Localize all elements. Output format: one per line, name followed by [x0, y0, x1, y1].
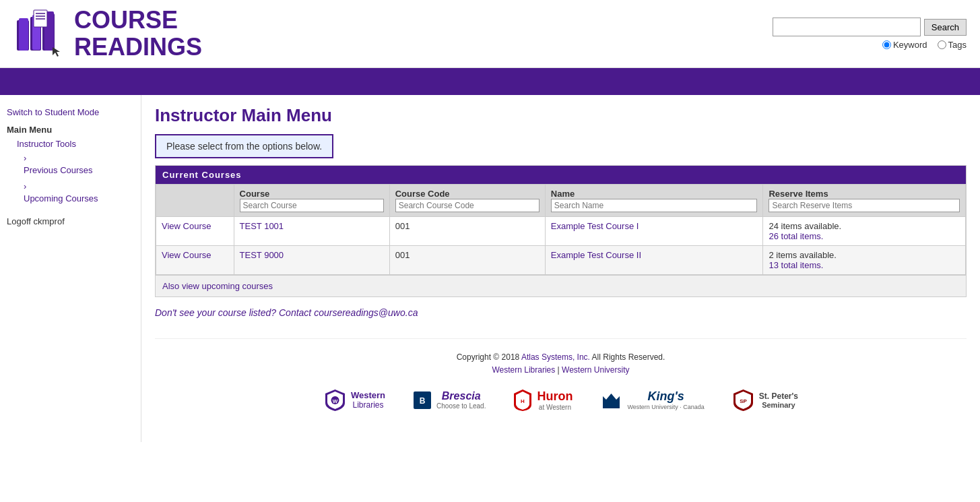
- western-libraries-logo-text: Western Libraries: [351, 390, 385, 410]
- table-header-row: Course Course Code Name Reserve Ite: [156, 185, 966, 217]
- western-university-link[interactable]: Western University: [562, 365, 629, 375]
- svg-text:H: H: [521, 398, 525, 404]
- col-header-reserve: Reserve Items: [763, 185, 966, 217]
- search-input[interactable]: [773, 18, 921, 36]
- table-row: View CourseTEST 1001001Example Test Cour…: [156, 217, 966, 246]
- also-view-section: Also view upcoming courses: [156, 275, 966, 296]
- logo-icon: [13, 7, 67, 61]
- svg-rect-1: [19, 18, 28, 51]
- kings-logo: King's Western University · Canada: [599, 388, 704, 412]
- main-layout: Switch to Student Mode Main Menu Instruc…: [0, 95, 980, 442]
- footer-logos: W Western Libraries B Brescia Cho: [162, 388, 960, 412]
- huron-crest-icon: H: [513, 388, 533, 412]
- huron-logo: H Huron at Western: [513, 388, 573, 412]
- footer: Copyright © 2018 Atlas Systems, Inc. All…: [155, 338, 967, 432]
- view-course-link-0[interactable]: View Course: [162, 221, 211, 231]
- kings-logo-text: King's Western University · Canada: [627, 389, 704, 410]
- contact-text: Don't see your course listed? Contact co…: [155, 307, 967, 318]
- contact-email-link[interactable]: coursereadings@uwo.ca: [314, 307, 418, 318]
- svg-text:W: W: [333, 398, 338, 404]
- keyword-radio[interactable]: [882, 40, 891, 49]
- course-code-link-1[interactable]: TEST 9000: [240, 250, 284, 260]
- course-section-0: 001: [389, 217, 545, 246]
- name-col-label: Name: [551, 189, 758, 199]
- upcoming-courses-link[interactable]: › Upcoming Courses: [7, 179, 134, 208]
- reserve-items-cell-0: 24 items available.26 total items.: [763, 217, 966, 246]
- tags-radio-label[interactable]: Tags: [938, 40, 967, 50]
- logo-area: COURSE READINGS: [13, 7, 202, 61]
- footer-links: Western Libraries | Western University: [162, 365, 960, 375]
- svg-text:SP: SP: [740, 398, 747, 404]
- search-course-input[interactable]: [240, 199, 384, 212]
- previous-courses-link[interactable]: › Previous Courses: [7, 151, 134, 179]
- code-col-label: Course Code: [395, 189, 540, 199]
- footer-copyright: Copyright © 2018 Atlas Systems, Inc. All…: [162, 352, 960, 362]
- course-section-1: 001: [389, 246, 545, 275]
- western-libraries-link[interactable]: Western Libraries: [492, 365, 555, 375]
- purple-banner: [0, 68, 980, 95]
- main-menu-link[interactable]: Main Menu: [7, 123, 134, 137]
- col-header-name: Name: [545, 185, 763, 217]
- stpeters-shield-icon: SP: [731, 388, 755, 412]
- brescia-logo: B Brescia Choose to Lead.: [412, 390, 486, 410]
- search-course-code-input[interactable]: [395, 199, 540, 212]
- content: Instructor Main Menu Please select from …: [141, 95, 980, 442]
- also-view-link[interactable]: Also view upcoming courses: [162, 281, 273, 291]
- items-total-0: 26 total items.: [769, 231, 960, 241]
- logo-text: COURSE READINGS: [74, 7, 202, 60]
- header: COURSE READINGS Search Keyword Tags: [0, 0, 980, 68]
- stpeters-logo-text: St. Peter's Seminary: [759, 391, 798, 409]
- reserve-col-label: Reserve Items: [769, 189, 960, 199]
- atlas-link[interactable]: Atlas Systems, Inc.: [521, 352, 590, 362]
- col-header-code: Course Code: [389, 185, 545, 217]
- brescia-logo-text: Brescia Choose to Lead.: [436, 390, 486, 410]
- items-available-1: 2 items available.: [769, 250, 960, 260]
- logoff-link[interactable]: Logoff ckmprof: [7, 214, 134, 228]
- kings-crown-icon: [599, 388, 623, 412]
- tags-label: Tags: [948, 40, 967, 50]
- search-reserve-input[interactable]: [769, 199, 960, 212]
- brescia-logo-icon: B: [412, 390, 432, 410]
- svg-text:B: B: [420, 396, 426, 406]
- keyword-label: Keyword: [893, 40, 927, 50]
- courses-table: Course Course Code Name Reserve Ite: [156, 184, 966, 275]
- items-available-0: 24 items available.: [769, 221, 960, 231]
- info-message: Please select from the options below.: [166, 141, 322, 152]
- col-header-course: Course: [234, 185, 389, 217]
- course-col-label: Course: [240, 189, 384, 199]
- page-title: Instructor Main Menu: [155, 105, 967, 126]
- table-container: Current Courses Course Course Code: [155, 165, 967, 297]
- info-box: Please select from the options below.: [155, 134, 333, 158]
- stpeters-logo: SP St. Peter's Seminary: [731, 388, 798, 412]
- search-options: Keyword Tags: [882, 40, 967, 50]
- huron-logo-text: Huron at Western: [537, 389, 573, 411]
- col-header-action: [156, 185, 234, 217]
- sidebar: Switch to Student Mode Main Menu Instruc…: [0, 95, 141, 442]
- course-name-link-1[interactable]: Example Test Course II: [551, 250, 641, 260]
- svg-rect-16: [603, 405, 620, 408]
- svg-marker-6: [53, 47, 60, 57]
- western-libraries-logo: W Western Libraries: [323, 388, 385, 412]
- western-shield-icon: W: [323, 388, 347, 412]
- table-row: View CourseTEST 9000001Example Test Cour…: [156, 246, 966, 275]
- items-total-1: 13 total items.: [769, 260, 960, 270]
- keyword-radio-label[interactable]: Keyword: [882, 40, 927, 50]
- reserve-items-cell-1: 2 items available.13 total items.: [763, 246, 966, 275]
- courses-tbody: View CourseTEST 1001001Example Test Cour…: [156, 217, 966, 275]
- tags-radio[interactable]: [938, 40, 946, 49]
- course-code-link-0[interactable]: TEST 1001: [240, 221, 284, 231]
- search-name-input[interactable]: [551, 199, 758, 212]
- search-row: Search: [773, 18, 967, 36]
- view-course-link-1[interactable]: View Course: [162, 250, 211, 260]
- search-area: Search Keyword Tags: [773, 18, 967, 50]
- instructor-tools-link[interactable]: Instructor Tools: [7, 137, 134, 151]
- course-name-link-0[interactable]: Example Test Course I: [551, 221, 639, 231]
- table-header-bar: Current Courses: [156, 166, 966, 184]
- switch-student-mode-link[interactable]: Switch to Student Mode: [7, 105, 134, 119]
- search-button[interactable]: Search: [924, 19, 967, 36]
